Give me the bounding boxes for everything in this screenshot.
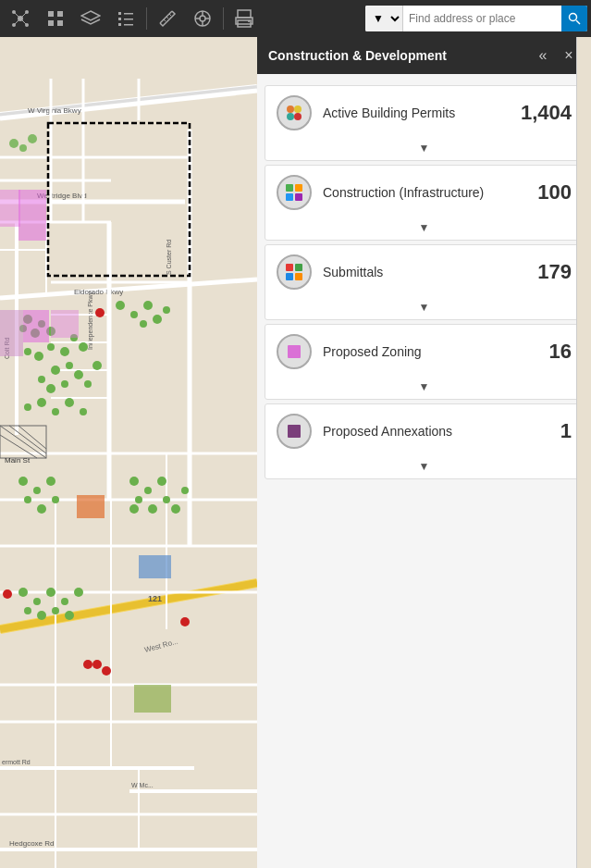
svg-point-142 [65,611,74,620]
svg-point-157 [95,308,105,317]
svg-line-20 [166,17,168,19]
svg-rect-172 [295,264,302,271]
svg-point-136 [46,588,55,597]
layer-row-infrastructure[interactable]: Construction (Infrastructure) 100 [265,166,583,219]
reel-tool-button[interactable] [186,2,219,35]
svg-rect-175 [288,345,301,358]
annexations-icon-circle [277,414,312,449]
right-map-strip [576,37,591,868]
svg-point-116 [140,320,147,328]
zoning-layer-count: 16 [549,340,572,364]
svg-point-30 [248,20,250,22]
svg-point-118 [163,306,170,314]
search-input[interactable] [403,6,561,31]
svg-text:Independence Pkwy: Independence Pkwy [87,291,94,350]
svg-point-123 [148,504,157,514]
svg-point-132 [37,504,46,514]
svg-rect-154 [139,555,171,578]
measure-tool-button[interactable] [151,2,184,35]
node-tool-button[interactable] [4,2,37,35]
layer-row-annexations[interactable]: Proposed Annexations 1 [265,404,583,458]
search-go-button[interactable] [561,6,587,31]
layer-item-permits: Active Building Permits 1,404 ▼ [265,85,584,161]
layer-row-submittals[interactable]: Submittals 179 [265,245,583,299]
close-icon: × [564,47,573,64]
infrastructure-chevron-icon: ▼ [419,221,430,234]
layer-item-infrastructure: Construction (Infrastructure) 100 ▼ [265,165,584,241]
layer-item-annexations: Proposed Annexations 1 ▼ [265,403,584,479]
svg-point-99 [79,342,88,352]
svg-point-121 [157,477,166,486]
infrastructure-layer-name: Construction (Infrastructure) [323,185,530,200]
map[interactable]: W Virginia Bkwy Westridge Blvd Eldorado … [0,37,257,868]
submittals-chevron-icon: ▼ [419,301,430,314]
svg-rect-9 [48,11,54,17]
svg-point-102 [38,376,45,383]
svg-point-86 [9,139,18,148]
collapse-icon: « [539,47,548,64]
svg-text:121: 121 [148,594,162,603]
svg-point-97 [60,347,69,356]
svg-point-163 [287,105,294,113]
panel-title: Construction & Development [268,48,528,63]
svg-rect-17 [118,23,121,26]
svg-rect-169 [286,193,293,201]
layers-tool-button[interactable] [74,2,107,35]
svg-rect-143 [18,190,46,241]
toolbar-separator-2 [223,7,224,30]
svg-line-6 [20,12,27,19]
svg-point-161 [92,660,102,669]
panel-body: Active Building Permits 1,404 ▼ Construc [257,74,591,868]
svg-point-108 [24,403,31,411]
svg-point-120 [144,487,152,494]
svg-rect-170 [295,193,302,201]
svg-point-101 [51,366,60,375]
search-dropdown[interactable]: ▼ [365,6,403,31]
panel-collapse-button[interactable]: « [532,44,554,67]
svg-point-111 [65,398,74,407]
layer-row-permits[interactable]: Active Building Permits 1,404 [265,86,583,140]
svg-rect-144 [0,190,20,227]
svg-point-135 [33,598,41,605]
svg-rect-18 [124,24,133,26]
svg-point-160 [83,660,92,669]
svg-point-94 [24,348,31,355]
list-tool-button[interactable] [109,2,142,35]
permits-icon-circle [277,95,312,130]
svg-point-107 [92,361,102,370]
svg-rect-12 [57,20,63,26]
svg-point-159 [180,617,190,626]
svg-point-23 [200,16,205,21]
svg-rect-174 [295,273,302,280]
svg-point-165 [287,113,294,120]
svg-rect-176 [288,425,301,438]
permits-chevron-row[interactable]: ▼ [265,140,583,160]
svg-text:W Virginia Bkwy: W Virginia Bkwy [28,106,81,115]
svg-rect-16 [124,19,133,20]
annexations-chevron-row[interactable]: ▼ [265,458,583,478]
annexations-icon [285,422,303,440]
svg-text:Hedgcoxe Rd: Hedgcoxe Rd [9,839,54,848]
svg-point-100 [66,362,73,369]
svg-point-109 [37,398,46,407]
svg-point-138 [74,588,83,597]
layer-row-zoning[interactable]: Proposed Zoning 16 [265,325,583,378]
svg-line-7 [14,19,20,25]
svg-line-5 [14,12,20,19]
svg-point-105 [74,370,83,379]
zoning-chevron-row[interactable]: ▼ [265,378,583,399]
print-tool-button[interactable] [228,2,261,35]
svg-point-104 [61,380,68,388]
svg-rect-147 [51,310,79,338]
grid-tool-button[interactable] [39,2,72,35]
svg-rect-11 [48,20,54,26]
svg-point-110 [52,408,59,415]
submittals-chevron-row[interactable]: ▼ [265,299,583,319]
infrastructure-chevron-row[interactable]: ▼ [265,219,583,240]
svg-point-158 [3,589,12,599]
svg-line-21 [169,14,171,16]
svg-point-133 [52,496,59,503]
svg-point-125 [129,504,139,514]
svg-point-134 [18,588,28,597]
svg-point-129 [33,487,41,494]
